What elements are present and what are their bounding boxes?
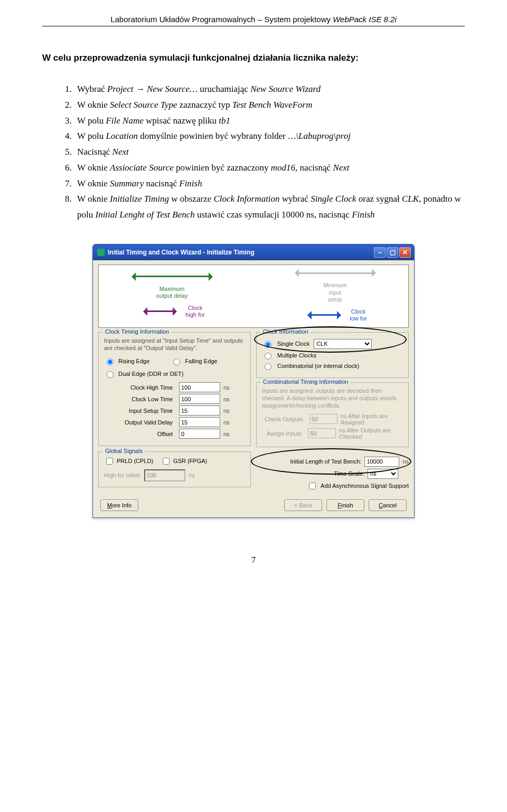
- intro-heading: W celu przeprowadzenia symulacji funkcjo…: [42, 53, 465, 63]
- input-setup-time[interactable]: [179, 405, 220, 416]
- step-7: W oknie Summary nacisnąć Finish: [74, 176, 465, 192]
- checkbox-add-async[interactable]: [309, 483, 316, 489]
- radio-rising-edge[interactable]: Rising Edge: [104, 357, 149, 365]
- step-5: Nacisnąć Next: [74, 144, 465, 160]
- group-clock-information: Clock Information Single Clock CLK Mu: [256, 332, 409, 378]
- label-clock-high: Clock high for: [185, 305, 205, 318]
- checkbox-gsr[interactable]: [163, 458, 170, 465]
- row-check-outputs: Check Outputs ns After Inputs are Assign…: [262, 413, 403, 426]
- row-assign-inputs: Assign Inputs ns After Outputs are Check…: [262, 427, 403, 440]
- radio-multiple-input[interactable]: [265, 353, 271, 360]
- step-6: W oknie Assiociate Source powinien być z…: [74, 160, 465, 176]
- step-8: W oknie Initialize Timing w obszarze Clo…: [74, 191, 465, 223]
- row-time-scale: Time Scale: ns: [256, 469, 409, 479]
- label-clock-low: Clock low for: [350, 308, 367, 322]
- header-text: Laboratorium Układów Programowalnych – S…: [110, 15, 333, 24]
- input-offset[interactable]: [179, 429, 220, 439]
- timing-diagram: Maximum output delay Clock high for Mini…: [98, 265, 409, 328]
- row-high-for-initial: High for Initial: ns: [104, 469, 245, 481]
- step-4: W polu Location domyślnie powinien być w…: [74, 128, 465, 144]
- row-input-setup-time: Input Setup Time ns: [104, 405, 245, 416]
- legend-ci: Clock Information: [261, 328, 311, 335]
- row-clock-low-time: Clock Low Time ns: [104, 394, 245, 404]
- header-rule: [42, 26, 465, 26]
- radio-single-clock[interactable]: Single Clock CLK: [262, 339, 403, 349]
- radio-multiple-clocks[interactable]: Multiple Clocks: [262, 351, 403, 360]
- select-time-scale[interactable]: ns: [368, 469, 398, 479]
- input-high-for-initial: [144, 469, 185, 481]
- radio-comb-input[interactable]: [265, 363, 271, 370]
- group-global-signals: Global Signals PRLD (CPLD) GSR (FPGA): [98, 451, 251, 487]
- select-single-clock-signal[interactable]: CLK: [314, 339, 372, 349]
- step-2: W oknie Select Source Type zaznaczyć typ…: [74, 97, 465, 113]
- titlebar[interactable]: Initial Timing and Clock Wizard - Initia…: [93, 244, 414, 260]
- back-button: < Back: [284, 499, 322, 511]
- row-clock-high-time: Clock High Time ns: [104, 382, 245, 392]
- close-button[interactable]: ✕: [399, 247, 411, 258]
- checkbox-prld[interactable]: [106, 458, 113, 465]
- check-prld[interactable]: PRLD (CPLD): [104, 456, 153, 466]
- input-assign-inputs: [308, 428, 336, 438]
- input-initial-length[interactable]: [364, 457, 399, 467]
- input-check-outputs: [309, 414, 337, 424]
- header-italic: WebPack ISE 8.2i: [333, 15, 397, 24]
- button-bar: More Info < Back Finish Cancel: [98, 495, 409, 512]
- page-header: Laboratorium Układów Programowalnych – S…: [42, 15, 465, 24]
- steps-list: Wybrać Project → New Source… uruchamiają…: [42, 81, 465, 223]
- label-min-input: Minimum input setup: [323, 282, 347, 303]
- arrow-min-input: [290, 269, 380, 277]
- row-offset: Offset ns: [104, 429, 245, 439]
- radio-combinatorial[interactable]: Combinatorial (or internal clock): [262, 362, 403, 370]
- step-1: Wybrać Project → New Source… uruchamiają…: [74, 81, 465, 97]
- minimize-button[interactable]: –: [374, 247, 386, 258]
- app-icon: [97, 249, 105, 256]
- maximize-button[interactable]: ▢: [387, 247, 398, 258]
- cti-note: Inputs are assigned at "Input Setup Time…: [104, 337, 245, 352]
- page-number: 7: [42, 555, 465, 565]
- group-clock-timing-info: Clock Timing Information Inputs are assi…: [98, 332, 251, 447]
- radio-single-input[interactable]: [265, 341, 271, 348]
- legend-gs: Global Signals: [103, 448, 145, 454]
- arrow-max-output: [127, 273, 217, 280]
- step-3: W polu File Name wpisać nazwę pliku tb1: [74, 113, 465, 129]
- row-output-valid-delay: Output Valid Delay ns: [104, 417, 245, 427]
- arrow-clock-low: [303, 311, 345, 319]
- dialog-initialize-timing: Initial Timing and Clock Wizard - Initia…: [92, 244, 415, 518]
- row-initial-length: Initial Length of Test Bench: ns: [256, 457, 409, 467]
- check-add-async[interactable]: Add Asynchronous Signal Support: [256, 481, 409, 491]
- legend-cti: Clock Timing Information: [103, 328, 171, 335]
- check-gsr[interactable]: GSR (FPGA): [161, 456, 207, 466]
- label-max-output: Maximum output delay: [156, 286, 188, 299]
- cancel-button[interactable]: Cancel: [369, 499, 407, 511]
- input-output-valid-delay[interactable]: [179, 417, 220, 427]
- finish-button[interactable]: Finish: [326, 499, 364, 511]
- cti2-note: Inputs are assigned, outputs are decoded…: [262, 387, 403, 410]
- radio-dual-edge[interactable]: Dual Edge (DDR or DET): [104, 370, 245, 378]
- input-clock-low-time[interactable]: [179, 394, 220, 404]
- more-info-button[interactable]: More Info: [100, 499, 138, 511]
- input-clock-high-time[interactable]: [179, 382, 220, 392]
- legend-cti2: Combinatorial Timing Information: [261, 379, 350, 385]
- group-combinatorial-timing: Combinatorial Timing Information Inputs …: [256, 382, 409, 447]
- arrow-clock-high: [139, 308, 181, 315]
- radio-falling-input[interactable]: [173, 358, 180, 365]
- window-title: Initial Timing and Clock Wizard - Initia…: [108, 249, 254, 256]
- radio-dual-input[interactable]: [107, 371, 114, 378]
- radio-falling-edge[interactable]: Falling Edge: [171, 357, 217, 365]
- radio-rising-input[interactable]: [107, 358, 114, 365]
